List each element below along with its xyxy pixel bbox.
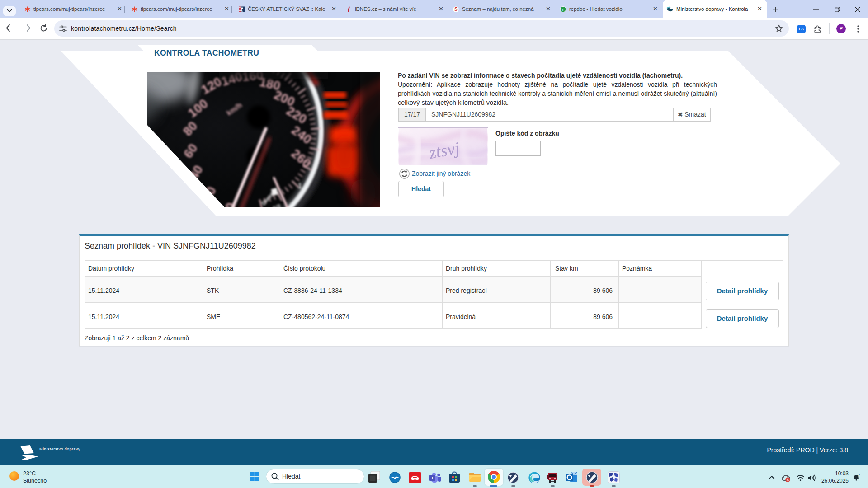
svg-text:1: 1 [298, 182, 302, 190]
svg-text:S: S [454, 6, 457, 12]
svg-text:T: T [431, 475, 434, 480]
svg-text:z: z [859, 474, 860, 476]
svg-text:r: r [562, 7, 564, 12]
